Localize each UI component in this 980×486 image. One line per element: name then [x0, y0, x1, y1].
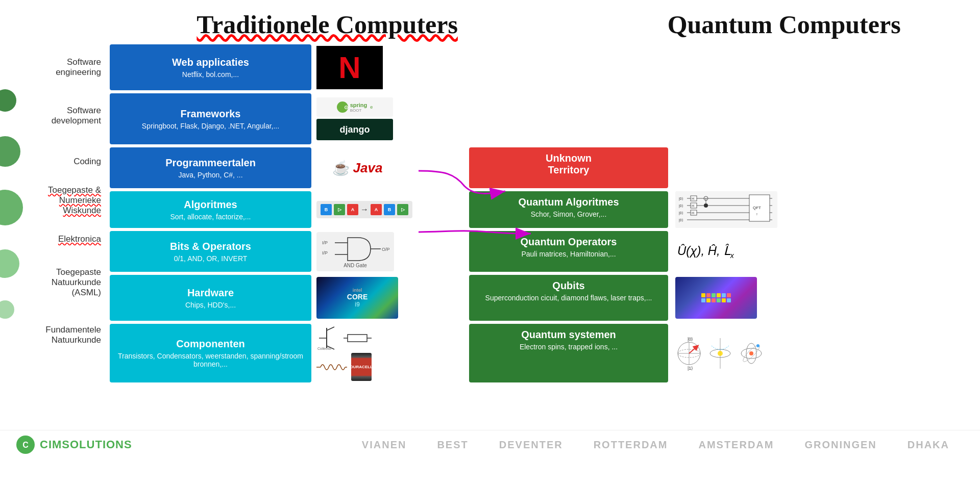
city-groningen: GRONINGEN — [804, 439, 876, 451]
svg-rect-18 — [348, 335, 367, 342]
q-op-subtitle: Pauli matrices, Hamiltonian,... — [476, 250, 661, 258]
algo-image-row: B ▷ A → A B ▷ — [313, 191, 423, 228]
q-sys-title: Quantum systemen — [476, 329, 661, 341]
header: Traditionele Computers Quantum Computers — [0, 0, 980, 44]
svg-text:|0⟩: |0⟩ — [679, 204, 683, 208]
box-web-applicaties: Web applicaties Netflix, bol.com,... — [110, 44, 311, 90]
arrow-gap — [423, 44, 464, 382]
q-chip-image-row — [672, 275, 785, 321]
svg-point-3 — [0, 249, 19, 278]
capacitor-icon — [316, 360, 347, 375]
netflix-image-row: N — [313, 44, 423, 90]
unknown-territory-title: Unknown — [476, 152, 661, 164]
algo-arrow: → — [360, 205, 369, 214]
svg-line-13 — [327, 327, 334, 330]
spring-icon: ⊙ — [337, 101, 348, 113]
algo-block-g2: ▷ — [397, 204, 408, 215]
svg-point-2 — [0, 190, 23, 225]
q-operators-image-row: Û(χ), Ĥ, L̂x — [672, 231, 785, 272]
traditional-column: Web applicaties Netflix, bol.com,... Fra… — [110, 44, 311, 382]
chip-text: intel CORE i9 — [347, 288, 368, 308]
algo-block-a: A — [347, 204, 358, 215]
quantum-spacer-2 — [469, 93, 668, 144]
q-circuit-image-row: |0⟩ |0⟩ |0⟩ |0⟩ H H H — [672, 191, 785, 228]
svg-text:C: C — [22, 441, 29, 449]
city-rotterdam: ROTTERDAM — [594, 439, 668, 451]
unknown-territory-title2: Territory — [476, 164, 661, 176]
box-web-title: Web applicaties — [172, 57, 249, 68]
spring-text-area: spring BOOT — [350, 102, 368, 113]
algo-block-green: ▷ — [334, 204, 345, 215]
svg-point-56 — [756, 344, 760, 347]
q-img-spacer-2 — [672, 93, 785, 144]
q-algo-subtitle: Schor, Simon, Grover,... — [476, 210, 661, 218]
spring-sub: BOOT — [350, 108, 368, 113]
qubits-subtitle: Superconduction cicuit, diamond flaws, l… — [476, 294, 661, 302]
svg-text:|0⟩: |0⟩ — [688, 337, 693, 342]
box-quantum-algoritmes: Quantum Algoritmes Schor, Simon, Grover,… — [469, 191, 668, 228]
box-programmeertalen: Programmeertalen Java, Python, C#, ... — [110, 147, 311, 188]
andgate-image-row: I/P I/P O/P AND Gate AND Gate — [313, 231, 423, 272]
svg-text:H: H — [692, 204, 694, 208]
framework-logos: ⊙ spring BOOT e django — [316, 97, 393, 140]
box-hw-title: Hardware — [187, 287, 234, 299]
bloch-sphere-icon: |0⟩ |1⟩ — [675, 336, 703, 371]
box-prog-subtitle: Java, Python, C#, ... — [178, 171, 242, 179]
svg-text:†: † — [756, 213, 757, 216]
svg-text:|1⟩: |1⟩ — [688, 366, 693, 371]
box-algoritmes: Algoritmes Sort, allocate, factorize,... — [110, 191, 311, 228]
city-dhaka: DHAKA — [908, 439, 949, 451]
q-chip-grid — [697, 289, 735, 306]
footer: C CIMSOLUTIONS VIANEN BEST DEVENTER ROTT… — [0, 430, 980, 459]
box-bits-title: Bits & Operators — [170, 241, 251, 252]
chip-image-row: intel CORE i9 — [313, 275, 423, 321]
svg-text:QFT: QFT — [753, 206, 761, 210]
box-algo-title: Algoritmes — [184, 199, 237, 211]
and-gate-svg: I/P I/P O/P AND Gate — [320, 235, 391, 263]
quantum-circuit-svg: |0⟩ |0⟩ |0⟩ |0⟩ H H H — [678, 194, 777, 223]
quantum-math-visual: Û(χ), Ĥ, L̂x — [677, 244, 734, 260]
traditional-image-column: N ⊙ spring BOOT e — [313, 44, 423, 382]
quantum-chip-visual — [675, 277, 757, 319]
svg-point-4 — [0, 300, 14, 319]
java-logo: ☕ Java — [316, 146, 398, 190]
svg-text:I/P: I/P — [322, 250, 328, 255]
qubits-title: Qubits — [476, 280, 661, 292]
q-sys-subtitle: Electron spins, trapped ions, ... — [476, 343, 661, 351]
svg-point-55 — [749, 351, 753, 355]
and-gate-label: AND Gate — [320, 263, 391, 268]
quantum-title-area: Quantum Computers — [668, 9, 901, 39]
box-comp-title: Componenten — [176, 338, 244, 350]
resistor-icon — [344, 330, 372, 346]
city-amsterdam: AMSTERDAM — [698, 439, 774, 451]
box-quantum-systemen: Quantum systemen Electron spins, trapped… — [469, 324, 668, 382]
traditional-title-area: Traditionele Computers — [197, 9, 458, 39]
svg-text:|0⟩: |0⟩ — [679, 211, 683, 215]
chip-visual: intel CORE i9 — [316, 277, 398, 319]
svg-point-38 — [704, 203, 708, 208]
java-text: Java — [353, 160, 383, 176]
q-op-title: Quantum Operators — [476, 236, 661, 248]
svg-text:H: H — [692, 211, 694, 215]
framework-images-row: ⊙ spring BOOT e django — [313, 93, 423, 144]
q-img-spacer-1 — [672, 44, 785, 90]
svg-text:O/P: O/P — [382, 247, 390, 252]
footer-cities: VIANEN BEST DEVENTER ROTTERDAM AMSTERDAM… — [362, 439, 949, 451]
box-fw-subtitle: Springboot, Flask, Django, .NET, Angular… — [142, 122, 279, 130]
quantum-spacer-1 — [469, 44, 668, 90]
city-deventer: DEVENTER — [499, 439, 563, 451]
and-gate-visual: I/P I/P O/P AND Gate AND Gate — [316, 232, 394, 271]
svg-text:H: H — [692, 197, 694, 200]
algo-block-b2: B — [384, 204, 395, 215]
svg-text:Collector: Collector — [317, 347, 332, 350]
django-logo: django — [316, 119, 393, 140]
box-comp-subtitle: Transistors, Condensators, weerstanden, … — [117, 352, 304, 368]
box-fw-title: Frameworks — [181, 108, 241, 120]
svg-text:I/P: I/P — [322, 240, 328, 245]
main-container: Traditionele Computers Quantum Computers… — [0, 0, 980, 459]
components-image-row: Collector — [313, 324, 423, 382]
cim-logo-icon: C — [15, 434, 36, 455]
box-bits-subtitle: 0/1, AND, OR, INVERT — [174, 254, 248, 263]
svg-point-0 — [0, 89, 16, 112]
box-componenten: Componenten Transistors, Condensators, w… — [110, 324, 311, 382]
